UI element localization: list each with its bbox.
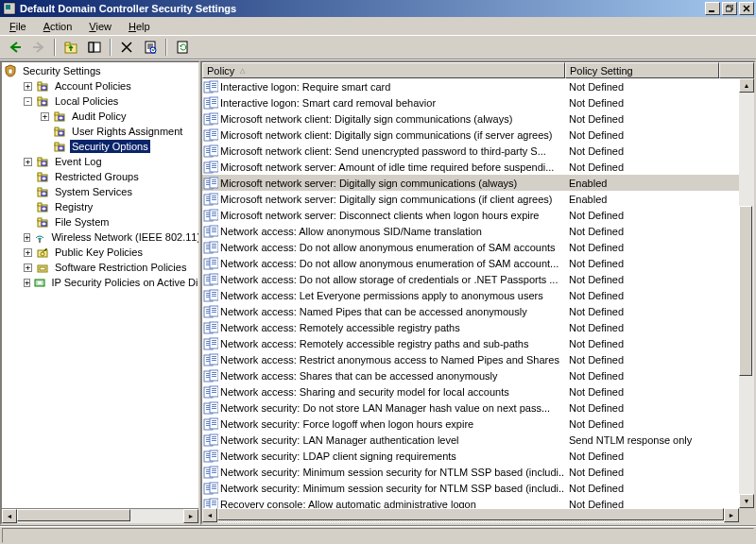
- tree-h-scrollbar[interactable]: ◄ ►: [2, 508, 198, 523]
- tree-item[interactable]: +Account Policies: [3, 78, 198, 94]
- expand-toggle[interactable]: +: [24, 82, 32, 91]
- menu-file[interactable]: File: [4, 19, 32, 34]
- menu-help[interactable]: Help: [123, 19, 156, 34]
- svg-rect-66: [210, 97, 218, 108]
- svg-rect-261: [212, 488, 216, 489]
- up-button[interactable]: [60, 37, 81, 58]
- tree-item[interactable]: +Event Log: [3, 154, 198, 169]
- expand-toggle[interactable]: -: [24, 97, 32, 106]
- list-row[interactable]: Network security: Minimum session securi…: [202, 464, 754, 480]
- close-button[interactable]: [739, 2, 754, 15]
- svg-rect-2: [709, 10, 714, 12]
- list-h-scrollbar[interactable]: ◄ ►: [202, 508, 739, 523]
- expand-toggle[interactable]: +: [24, 264, 32, 272]
- list-row[interactable]: Interactive logon: Require smart cardNot…: [202, 78, 754, 94]
- svg-rect-220: [212, 406, 216, 407]
- list-row[interactable]: Network security: Force logoff when logo…: [202, 416, 754, 432]
- policy-icon: [203, 95, 218, 110]
- policy-setting: Send NTLM response only: [565, 434, 719, 446]
- tree-item[interactable]: +IP Security Policies on Active Director…: [3, 275, 198, 290]
- delete-button[interactable]: [115, 37, 137, 58]
- svg-rect-4: [726, 7, 731, 11]
- minimize-button[interactable]: [705, 2, 720, 15]
- list-row[interactable]: Interactive logon: Smart card removal be…: [202, 94, 754, 110]
- list-v-scrollbar[interactable]: ▲ ▼: [739, 78, 754, 508]
- folder-icon: [35, 184, 50, 199]
- scroll-right-button[interactable]: ►: [724, 508, 739, 522]
- show-hide-button[interactable]: [83, 37, 105, 58]
- svg-rect-202: [210, 370, 218, 381]
- menu-view[interactable]: View: [83, 19, 117, 34]
- policy-name: Network access: Restrict anonymous acces…: [220, 354, 559, 366]
- tree-item[interactable]: Restricted Groups: [3, 169, 198, 184]
- svg-rect-6: [65, 42, 70, 45]
- list-row[interactable]: Network access: Do not allow storage of …: [202, 271, 754, 287]
- forward-button[interactable]: [27, 37, 49, 58]
- policy-setting: Not Defined: [565, 290, 719, 301]
- svg-rect-180: [212, 326, 216, 327]
- column-policy[interactable]: Policy△: [202, 62, 565, 78]
- policy-setting: Enabled: [565, 194, 719, 205]
- scroll-right-button[interactable]: ►: [183, 509, 198, 523]
- tree-item[interactable]: +Wireless Network (IEEE 802.11) Policies: [3, 230, 198, 245]
- list-row[interactable]: Network access: Named Pipes that can be …: [202, 303, 754, 319]
- tree-item[interactable]: Registry: [3, 199, 198, 214]
- properties-button[interactable]: [139, 37, 161, 58]
- list-row[interactable]: Microsoft network server: Disconnect cli…: [202, 207, 754, 223]
- column-spacer[interactable]: [719, 62, 754, 78]
- list-row[interactable]: Network access: Allow anonymous SID/Name…: [202, 223, 754, 239]
- svg-rect-53: [38, 281, 42, 284]
- menu-action[interactable]: Action: [38, 19, 78, 34]
- tree-item[interactable]: System Services: [3, 184, 198, 199]
- list-row[interactable]: Microsoft network client: Digitally sign…: [202, 110, 754, 127]
- list-row[interactable]: Microsoft network client: Digitally sign…: [202, 127, 754, 143]
- list-row[interactable]: Network security: LDAP client signing re…: [202, 448, 754, 464]
- svg-rect-242: [210, 450, 218, 461]
- scroll-left-button[interactable]: ◄: [2, 509, 17, 523]
- svg-rect-251: [212, 468, 216, 469]
- list-row[interactable]: Microsoft network server: Digitally sign…: [202, 175, 754, 191]
- back-button[interactable]: [4, 37, 26, 58]
- list-row[interactable]: Network access: Remotely accessible regi…: [202, 335, 754, 351]
- policy-setting: Not Defined: [565, 145, 719, 157]
- expand-toggle[interactable]: +: [24, 158, 32, 166]
- list-row[interactable]: Microsoft network server: Digitally sign…: [202, 191, 754, 207]
- svg-rect-155: [212, 276, 216, 277]
- svg-rect-1: [6, 5, 10, 9]
- tree-item[interactable]: User Rights Assignment: [3, 124, 198, 139]
- list-row[interactable]: Network access: Let Everyone permissions…: [202, 287, 754, 303]
- scroll-left-button[interactable]: ◄: [202, 508, 217, 522]
- list-row[interactable]: Network access: Do not allow anonymous e…: [202, 239, 754, 255]
- svg-rect-234: [210, 434, 218, 445]
- tree-item[interactable]: +Audit Policy: [3, 109, 198, 124]
- restore-button[interactable]: [722, 2, 737, 15]
- list-row[interactable]: Microsoft network server: Amount of idle…: [202, 159, 754, 175]
- tree-root[interactable]: Security Settings: [3, 63, 198, 78]
- tree-item[interactable]: +Software Restriction Policies: [3, 260, 198, 275]
- expand-toggle[interactable]: +: [24, 233, 30, 242]
- tree-item[interactable]: +Public Key Policies: [3, 245, 198, 260]
- tree-item[interactable]: -Local Policies: [3, 94, 198, 109]
- svg-rect-106: [210, 178, 218, 188]
- tree-item[interactable]: File System: [3, 214, 198, 230]
- refresh-button[interactable]: [171, 37, 193, 58]
- list-row[interactable]: Network access: Remotely accessible regi…: [202, 319, 754, 335]
- list-row[interactable]: Network access: Shares that can be acces…: [202, 367, 754, 383]
- tree-item[interactable]: Security Options: [3, 139, 198, 154]
- list-row[interactable]: Network access: Restrict anonymous acces…: [202, 351, 754, 367]
- expand-toggle[interactable]: +: [24, 279, 30, 287]
- list-row[interactable]: Network security: LAN Manager authentica…: [202, 432, 754, 448]
- expand-toggle[interactable]: +: [24, 248, 32, 257]
- svg-rect-67: [212, 99, 216, 100]
- list-row[interactable]: Network access: Do not allow anonymous e…: [202, 255, 754, 271]
- svg-rect-37: [42, 177, 46, 180]
- column-setting[interactable]: Policy Setting: [565, 62, 719, 78]
- scroll-up-button[interactable]: ▲: [739, 78, 754, 93]
- list-row[interactable]: Microsoft network client: Send unencrypt…: [202, 143, 754, 159]
- svg-rect-21: [38, 97, 42, 100]
- expand-toggle[interactable]: +: [41, 112, 49, 121]
- scroll-down-button[interactable]: ▼: [739, 494, 754, 508]
- list-row[interactable]: Network security: Do not store LAN Manag…: [202, 400, 754, 416]
- list-row[interactable]: Network security: Minimum session securi…: [202, 480, 754, 496]
- list-row[interactable]: Network access: Sharing and security mod…: [202, 383, 754, 400]
